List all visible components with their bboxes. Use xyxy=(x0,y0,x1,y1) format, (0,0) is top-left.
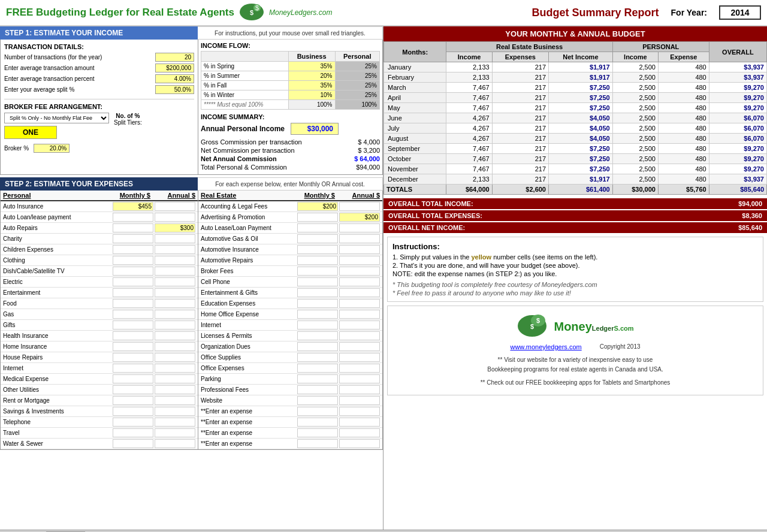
expense-annual-input[interactable] xyxy=(155,353,195,362)
re-expense-monthly-input[interactable] xyxy=(297,321,338,330)
expense-annual-input[interactable] xyxy=(155,374,195,383)
expense-annual-input[interactable] xyxy=(155,439,195,448)
expense-annual-input[interactable] xyxy=(155,418,195,427)
season-pers[interactable]: 25% xyxy=(335,71,380,81)
re-expense-monthly-input[interactable] xyxy=(297,277,338,286)
expense-annual-input[interactable] xyxy=(155,202,195,211)
expense-annual-input[interactable] xyxy=(155,396,195,405)
season-pers[interactable]: 25% xyxy=(335,62,380,71)
expense-annual-input[interactable] xyxy=(155,223,195,232)
expense-monthly-input[interactable] xyxy=(113,331,153,340)
re-expense-annual-input[interactable] xyxy=(339,277,380,286)
re-expense-annual-input[interactable] xyxy=(339,385,380,394)
expense-monthly-input[interactable] xyxy=(113,439,153,448)
broker-dropdown[interactable]: Split % Only - No Monthly Flat Fee xyxy=(4,113,109,123)
re-expense-annual-input[interactable] xyxy=(339,288,380,297)
field-value-2[interactable] xyxy=(155,64,194,72)
expense-monthly-input[interactable] xyxy=(113,256,153,265)
expense-monthly-input[interactable] xyxy=(113,374,153,383)
year-input[interactable] xyxy=(719,5,761,20)
season-biz[interactable]: 35% xyxy=(288,81,335,90)
expense-monthly-input[interactable] xyxy=(113,267,153,276)
expense-monthly-input[interactable] xyxy=(113,202,153,211)
season-biz[interactable]: 100% xyxy=(288,100,335,110)
re-expense-annual-input[interactable] xyxy=(339,245,380,254)
season-biz[interactable]: 10% xyxy=(288,90,335,100)
expense-annual-input[interactable] xyxy=(155,310,195,319)
re-expense-annual-input[interactable] xyxy=(339,267,380,276)
season-biz[interactable]: 35% xyxy=(288,62,335,71)
re-expense-monthly-input[interactable] xyxy=(297,353,338,362)
expense-monthly-input[interactable] xyxy=(113,321,153,330)
re-expense-annual-input[interactable] xyxy=(339,439,380,448)
expense-monthly-input[interactable] xyxy=(113,364,153,373)
re-expense-monthly-input[interactable] xyxy=(297,299,338,308)
re-expense-annual-input[interactable] xyxy=(339,407,380,416)
expense-annual-input[interactable] xyxy=(155,213,195,222)
season-pers[interactable]: 25% xyxy=(335,90,380,100)
re-expense-annual-input[interactable] xyxy=(339,234,380,243)
expense-monthly-input[interactable] xyxy=(113,385,153,394)
field-value-1[interactable] xyxy=(155,53,194,62)
expense-monthly-input[interactable] xyxy=(113,299,153,308)
expense-annual-input[interactable] xyxy=(155,321,195,330)
expense-monthly-input[interactable] xyxy=(113,396,153,405)
field-value-4[interactable] xyxy=(155,85,194,94)
expense-annual-input[interactable] xyxy=(155,385,195,394)
expense-monthly-input[interactable] xyxy=(113,407,153,416)
re-expense-monthly-input[interactable] xyxy=(297,234,338,243)
re-expense-annual-input[interactable] xyxy=(339,396,380,405)
re-expense-monthly-input[interactable] xyxy=(297,407,338,416)
re-expense-monthly-input[interactable] xyxy=(297,331,338,340)
re-expense-annual-input[interactable] xyxy=(339,353,380,362)
season-pers[interactable]: 100% xyxy=(335,100,380,110)
re-expense-monthly-input[interactable] xyxy=(297,256,338,265)
expense-monthly-input[interactable] xyxy=(113,353,153,362)
re-expense-annual-input[interactable] xyxy=(339,342,380,351)
re-expense-annual-input[interactable] xyxy=(339,428,380,437)
expense-annual-input[interactable] xyxy=(155,299,195,308)
re-expense-annual-input[interactable] xyxy=(339,213,380,222)
season-pers[interactable]: 25% xyxy=(335,81,380,90)
expense-annual-input[interactable] xyxy=(155,428,195,437)
field-value-3[interactable] xyxy=(155,74,194,83)
re-expense-annual-input[interactable] xyxy=(339,364,380,373)
re-expense-monthly-input[interactable] xyxy=(297,418,338,427)
re-expense-monthly-input[interactable] xyxy=(297,245,338,254)
re-expense-annual-input[interactable] xyxy=(339,299,380,308)
expense-monthly-input[interactable] xyxy=(113,428,153,437)
expense-annual-input[interactable] xyxy=(155,277,195,286)
expense-annual-input[interactable] xyxy=(155,234,195,243)
re-expense-annual-input[interactable] xyxy=(339,374,380,383)
expense-annual-input[interactable] xyxy=(155,267,195,276)
re-expense-monthly-input[interactable] xyxy=(297,213,338,222)
re-expense-monthly-input[interactable] xyxy=(297,439,338,448)
re-expense-monthly-input[interactable] xyxy=(297,202,338,211)
re-expense-monthly-input[interactable] xyxy=(297,223,338,232)
expense-annual-input[interactable] xyxy=(155,407,195,416)
expense-monthly-input[interactable] xyxy=(113,288,153,297)
expense-monthly-input[interactable] xyxy=(113,342,153,351)
expense-monthly-input[interactable] xyxy=(113,418,153,427)
re-expense-monthly-input[interactable] xyxy=(297,267,338,276)
expense-monthly-input[interactable] xyxy=(113,310,153,319)
re-expense-annual-input[interactable] xyxy=(339,310,380,319)
re-expense-monthly-input[interactable] xyxy=(297,374,338,383)
expense-monthly-input[interactable] xyxy=(113,223,153,232)
expense-annual-input[interactable] xyxy=(155,342,195,351)
re-expense-monthly-input[interactable] xyxy=(297,364,338,373)
expense-annual-input[interactable] xyxy=(155,331,195,340)
expense-monthly-input[interactable] xyxy=(113,234,153,243)
re-expense-monthly-input[interactable] xyxy=(297,396,338,405)
re-expense-annual-input[interactable] xyxy=(339,418,380,427)
re-expense-monthly-input[interactable] xyxy=(297,288,338,297)
season-biz[interactable]: 20% xyxy=(288,71,335,81)
expense-annual-input[interactable] xyxy=(155,245,195,254)
expense-monthly-input[interactable] xyxy=(113,213,153,222)
expense-annual-input[interactable] xyxy=(155,256,195,265)
re-expense-annual-input[interactable] xyxy=(339,223,380,232)
re-expense-monthly-input[interactable] xyxy=(297,428,338,437)
re-expense-monthly-input[interactable] xyxy=(297,310,338,319)
re-expense-annual-input[interactable] xyxy=(339,331,380,340)
re-expense-annual-input[interactable] xyxy=(339,321,380,330)
